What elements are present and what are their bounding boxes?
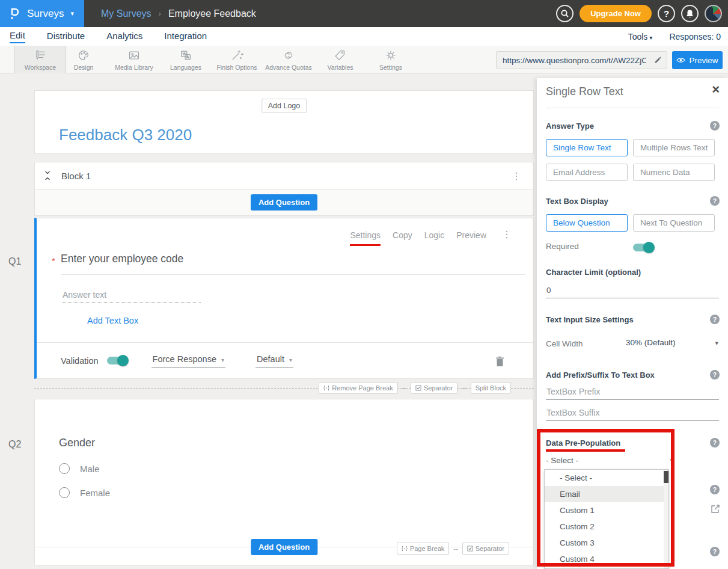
- option-select[interactable]: - Select -: [545, 470, 668, 486]
- tab-analytics[interactable]: Analytics: [106, 31, 142, 43]
- add-question-button-bottom[interactable]: Add Question: [251, 539, 317, 555]
- toolbar-item-languages[interactable]: Languages: [160, 46, 212, 73]
- help-icon[interactable]: ?: [710, 121, 720, 131]
- add-logo-button[interactable]: Add Logo: [262, 99, 307, 113]
- upgrade-now-button[interactable]: Upgrade Now: [580, 5, 652, 22]
- eye-icon: [676, 57, 685, 63]
- product-switcher[interactable]: Surveys ▾: [0, 0, 84, 27]
- answer-type-label: Answer Type: [546, 121, 594, 131]
- chevron-down-icon[interactable]: ▾: [715, 339, 718, 347]
- edit-url-button[interactable]: [649, 56, 667, 64]
- option-custom-2[interactable]: Custom 2: [545, 518, 668, 535]
- answer-type-numeric[interactable]: Numeric Data: [633, 164, 715, 181]
- tag-icon: [333, 48, 347, 63]
- question-menu-button[interactable]: ⋮: [498, 229, 515, 240]
- trash-icon: [495, 356, 504, 367]
- option-custom-1[interactable]: Custom 1: [545, 502, 668, 518]
- question-action-settings[interactable]: Settings: [350, 230, 381, 246]
- answer-type-single-row[interactable]: Single Row Text: [546, 139, 628, 156]
- topbar-actions: Upgrade Now ?: [556, 0, 722, 27]
- question-action-preview[interactable]: Preview: [456, 230, 486, 244]
- search-button[interactable]: [556, 5, 574, 22]
- toolbar-item-media-library[interactable]: Media Library: [108, 46, 160, 73]
- page-break-button[interactable]: Page Break: [397, 543, 449, 555]
- question-number-q2: Q2: [8, 439, 21, 450]
- help-icon[interactable]: ?: [710, 370, 720, 380]
- answer-type-multiple-rows[interactable]: Multiple Rows Text: [633, 139, 715, 156]
- separator-label: Separator: [476, 545, 504, 552]
- tools-dropdown[interactable]: Tools▾: [628, 32, 653, 42]
- external-link-button[interactable]: [711, 504, 720, 514]
- breadcrumb-survey-name: Employee Feedback: [168, 8, 256, 19]
- breadcrumb: My Surveys › Employee Feedback: [101, 0, 256, 27]
- answer-text-input[interactable]: [63, 288, 201, 303]
- preview-button[interactable]: Preview: [672, 51, 723, 69]
- textbox-suffix-input[interactable]: [546, 407, 719, 421]
- toolbar-item-advance-quotas[interactable]: Advance Quotas: [263, 46, 314, 73]
- question-action-copy[interactable]: Copy: [393, 230, 412, 244]
- toolbar-item-variables[interactable]: Variables: [314, 46, 366, 73]
- separator-button-bottom[interactable]: Separator: [462, 543, 509, 555]
- display-below-question[interactable]: Below Question: [546, 214, 628, 232]
- character-limit-input[interactable]: [546, 284, 719, 298]
- bell-icon: [685, 9, 694, 19]
- user-avatar[interactable]: [705, 5, 722, 22]
- help-icon[interactable]: ?: [710, 547, 720, 556]
- help-icon[interactable]: ?: [710, 315, 720, 324]
- nav-tabs: Edit Distribute Analytics Integration: [10, 27, 207, 46]
- help-icon[interactable]: ?: [710, 438, 720, 448]
- close-panel-button[interactable]: ×: [712, 83, 720, 96]
- question-divider: [61, 274, 525, 275]
- block-menu-button[interactable]: ⋮: [508, 170, 525, 182]
- help-icon[interactable]: ?: [710, 485, 720, 494]
- option-custom-3[interactable]: Custom 3: [545, 535, 668, 551]
- toggle-knob: [117, 355, 129, 366]
- question-text-q1[interactable]: Enter your employee code: [61, 253, 183, 265]
- radio-option-female[interactable]: Female: [59, 487, 110, 498]
- toolbar-item-finish-options[interactable]: Finish Options: [211, 46, 263, 73]
- cell-width-value[interactable]: 30% (Default): [626, 338, 676, 347]
- tab-integration[interactable]: Integration: [164, 31, 207, 43]
- survey-title[interactable]: Feedback Q3 2020: [59, 126, 192, 144]
- scrollbar-thumb[interactable]: [664, 471, 668, 483]
- survey-url-input[interactable]: [497, 52, 649, 69]
- separator-button-top[interactable]: Separator: [411, 382, 457, 394]
- option-custom-4[interactable]: Custom 4: [545, 551, 668, 567]
- translate-icon: [179, 48, 193, 63]
- split-block-button[interactable]: Split Block: [471, 382, 511, 394]
- validation-toggle[interactable]: [107, 357, 127, 364]
- data-prepopulation-select[interactable]: - Select - ▾: [546, 456, 673, 465]
- block-title[interactable]: Block 1: [61, 171, 498, 181]
- default-dropdown[interactable]: Default▾: [255, 354, 293, 368]
- force-response-dropdown[interactable]: Force Response▾: [151, 354, 225, 368]
- red-annotation-underline: [546, 449, 625, 452]
- split-block-label: Split Block: [476, 384, 506, 392]
- delete-question-button[interactable]: [495, 356, 504, 367]
- collapse-block-icon[interactable]: [43, 170, 52, 181]
- data-prepopulation-options-list: - Select - Email Custom 1 Custom 2 Custo…: [544, 469, 669, 569]
- notifications-button[interactable]: [681, 5, 699, 22]
- toolbar-item-settings[interactable]: Settings: [365, 46, 417, 73]
- display-next-to-question[interactable]: Next To Question: [633, 214, 715, 232]
- dash-decoration: --: [453, 545, 457, 552]
- dash-decoration: --: [462, 384, 466, 392]
- breadcrumb-my-surveys[interactable]: My Surveys: [101, 8, 151, 19]
- help-icon[interactable]: ?: [710, 196, 720, 206]
- toolbar-item-design[interactable]: Design: [58, 46, 109, 73]
- add-text-box-link[interactable]: Add Text Box: [87, 316, 138, 325]
- textbox-prefix-input[interactable]: [546, 386, 719, 400]
- toolbar-item-label: Media Library: [115, 64, 153, 71]
- help-button[interactable]: ?: [658, 5, 675, 22]
- answer-type-email[interactable]: Email Address: [546, 164, 628, 181]
- toolbar-item-label: Workspace: [25, 64, 56, 71]
- tab-distribute[interactable]: Distribute: [47, 31, 85, 43]
- question-action-logic[interactable]: Logic: [424, 230, 444, 244]
- question-text-q2[interactable]: Gender: [59, 437, 95, 449]
- required-toggle[interactable]: [633, 244, 653, 251]
- tab-edit[interactable]: Edit: [10, 30, 25, 43]
- dropdown-scrollbar[interactable]: [664, 470, 668, 568]
- radio-option-male[interactable]: Male: [59, 463, 100, 474]
- option-email[interactable]: Email: [545, 486, 668, 502]
- add-question-button-top[interactable]: Add Question: [251, 194, 317, 211]
- remove-page-break-button[interactable]: Remove Page Break: [319, 382, 398, 394]
